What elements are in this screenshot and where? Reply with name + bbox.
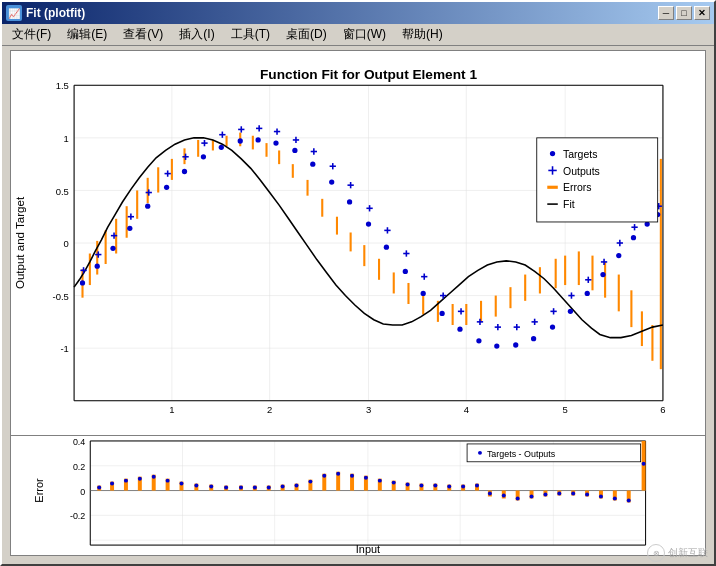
svg-text:5: 5 — [563, 404, 568, 415]
svg-text:0.4: 0.4 — [73, 437, 85, 447]
menu-edit[interactable]: 编辑(E) — [59, 24, 115, 45]
svg-point-272 — [392, 481, 396, 485]
svg-text:Function Fit for Output Elemen: Function Fit for Output Element 1 — [260, 67, 477, 82]
menu-view[interactable]: 查看(V) — [115, 24, 171, 45]
error-plot-svg: 0.4 0.2 0 -0.2 Error Input — [11, 436, 705, 555]
svg-point-106 — [600, 272, 605, 277]
svg-point-101 — [513, 342, 518, 347]
svg-point-99 — [476, 338, 481, 343]
menu-help[interactable]: 帮助(H) — [394, 24, 451, 45]
window-title: Fit (plotfit) — [26, 6, 85, 20]
svg-point-279 — [488, 492, 492, 496]
svg-point-83 — [182, 169, 187, 174]
app-icon: 📈 — [6, 5, 22, 21]
svg-point-98 — [457, 327, 462, 332]
close-button[interactable]: ✕ — [694, 6, 710, 20]
svg-text:-0.5: -0.5 — [53, 291, 69, 302]
svg-point-79 — [110, 246, 115, 251]
main-window: 📈 Fit (plotfit) ─ □ ✕ 文件(F) 编辑(E) 查看(V) … — [0, 0, 716, 566]
svg-text:Output and Target: Output and Target — [14, 196, 26, 289]
svg-point-259 — [209, 485, 213, 489]
svg-point-92 — [347, 199, 352, 204]
svg-point-260 — [224, 486, 228, 490]
menu-tools[interactable]: 工具(T) — [223, 24, 278, 45]
menu-desktop[interactable]: 桌面(D) — [278, 24, 335, 45]
menu-file[interactable]: 文件(F) — [4, 24, 59, 45]
svg-point-255 — [152, 475, 156, 479]
svg-text:Fit: Fit — [563, 198, 575, 210]
svg-point-266 — [308, 480, 312, 484]
svg-point-283 — [543, 493, 547, 497]
svg-point-104 — [568, 309, 573, 314]
svg-point-268 — [336, 472, 340, 476]
svg-text:0.2: 0.2 — [73, 462, 85, 472]
svg-text:Targets: Targets — [563, 148, 597, 160]
menu-window[interactable]: 窗口(W) — [335, 24, 394, 45]
svg-point-96 — [421, 291, 426, 296]
main-plot[interactable]: Function Fit for Output Element 1 Output… — [10, 50, 706, 436]
svg-point-253 — [124, 479, 128, 483]
watermark: ⊗ 创新互联 — [647, 544, 708, 562]
svg-text:Input: Input — [356, 543, 380, 555]
main-plot-svg: Function Fit for Output Element 1 Output… — [11, 51, 705, 435]
svg-text:3: 3 — [366, 404, 371, 415]
svg-text:0.5: 0.5 — [56, 186, 69, 197]
svg-point-85 — [219, 145, 224, 150]
svg-point-261 — [239, 486, 243, 490]
svg-point-285 — [571, 492, 575, 496]
svg-point-87 — [255, 137, 260, 142]
svg-point-78 — [95, 264, 100, 269]
svg-point-264 — [281, 485, 285, 489]
svg-text:0: 0 — [80, 487, 85, 497]
svg-text:-1: -1 — [60, 343, 68, 354]
svg-point-267 — [322, 474, 326, 478]
svg-point-269 — [350, 474, 354, 478]
svg-text:1: 1 — [64, 133, 69, 144]
maximize-button[interactable]: □ — [676, 6, 692, 20]
titlebar-buttons: ─ □ ✕ — [658, 6, 710, 20]
minimize-button[interactable]: ─ — [658, 6, 674, 20]
svg-point-86 — [238, 138, 243, 143]
svg-text:6: 6 — [660, 404, 665, 415]
svg-text:Outputs: Outputs — [563, 165, 600, 177]
svg-point-95 — [403, 269, 408, 274]
svg-point-258 — [194, 484, 198, 488]
svg-point-256 — [166, 479, 170, 483]
svg-point-273 — [406, 483, 410, 487]
svg-point-108 — [631, 235, 636, 240]
svg-text:2: 2 — [267, 404, 272, 415]
svg-point-97 — [439, 311, 444, 316]
titlebar: 📈 Fit (plotfit) ─ □ ✕ — [2, 2, 714, 24]
svg-point-107 — [616, 253, 621, 258]
svg-point-103 — [550, 324, 555, 329]
svg-text:0: 0 — [64, 238, 69, 249]
svg-point-88 — [273, 140, 278, 145]
svg-point-263 — [267, 486, 271, 490]
titlebar-left: 📈 Fit (plotfit) — [6, 5, 85, 21]
menu-insert[interactable]: 插入(I) — [171, 24, 222, 45]
svg-point-251 — [97, 486, 101, 490]
svg-point-262 — [253, 486, 257, 490]
svg-point-281 — [516, 496, 520, 500]
svg-point-89 — [292, 148, 297, 153]
svg-point-180 — [550, 151, 555, 156]
svg-point-270 — [364, 476, 368, 480]
svg-text:4: 4 — [464, 404, 469, 415]
svg-point-265 — [295, 484, 299, 488]
menubar: 文件(F) 编辑(E) 查看(V) 插入(I) 工具(T) 桌面(D) 窗口(W… — [2, 24, 714, 46]
svg-point-292 — [478, 451, 482, 455]
svg-text:1.5: 1.5 — [56, 80, 69, 91]
svg-point-275 — [433, 484, 437, 488]
svg-point-290 — [642, 462, 646, 466]
svg-point-277 — [461, 485, 465, 489]
svg-point-105 — [585, 291, 590, 296]
svg-point-278 — [475, 484, 479, 488]
svg-point-274 — [419, 484, 423, 488]
svg-point-257 — [180, 482, 184, 486]
svg-point-288 — [613, 496, 617, 500]
error-plot[interactable]: 0.4 0.2 0 -0.2 Error Input — [10, 436, 706, 556]
svg-point-287 — [599, 495, 603, 499]
svg-point-276 — [447, 485, 451, 489]
svg-text:-0.2: -0.2 — [70, 511, 85, 521]
svg-point-100 — [494, 343, 499, 348]
